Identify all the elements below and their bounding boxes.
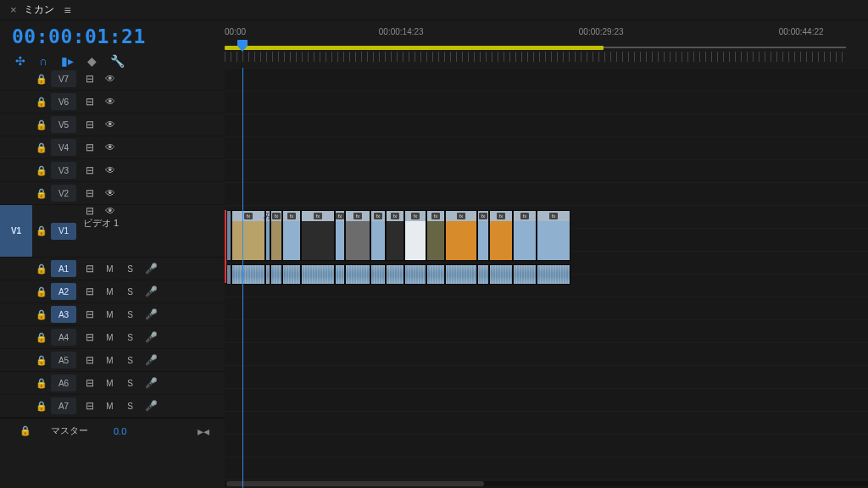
source-patch[interactable] (0, 159, 32, 181)
solo-button[interactable]: S (120, 310, 141, 319)
track-output-eye-icon[interactable]: 👁 (100, 164, 120, 176)
audio-track-header[interactable]: 🔒A4⊟MS🎤 (0, 326, 225, 349)
video-track-header[interactable]: 🔒V5⊟👁 (0, 114, 225, 136)
source-patch[interactable] (0, 326, 32, 348)
sync-lock-icon[interactable]: ⊟ (80, 308, 100, 320)
audio-clip[interactable] (270, 264, 282, 285)
video-clip-lane[interactable]: fxみfxfxfxfxfxfxfxfxfxfxfxfxfxfx (226, 210, 570, 261)
lock-icon[interactable]: 🔒 (32, 119, 51, 130)
track-target[interactable]: A2 (51, 283, 76, 300)
audio-clip[interactable] (477, 264, 489, 285)
sync-lock-icon[interactable]: ⊟ (80, 400, 100, 412)
source-patch[interactable] (0, 280, 32, 302)
sync-lock-icon[interactable]: ⊟ (80, 164, 100, 176)
snap-magnet-icon[interactable]: ∩ (39, 54, 47, 68)
voiceover-mic-icon[interactable]: 🎤 (141, 377, 161, 389)
sync-lock-icon[interactable]: ⊟ (80, 377, 100, 389)
voiceover-mic-icon[interactable]: 🎤 (141, 308, 161, 320)
solo-button[interactable]: S (120, 264, 141, 274)
audio-clip-lane[interactable] (226, 264, 570, 285)
solo-button[interactable]: S (120, 356, 141, 365)
source-patch[interactable] (0, 182, 32, 204)
mute-button[interactable]: M (100, 356, 120, 365)
audio-clip[interactable] (345, 264, 370, 285)
track-target-v1[interactable]: V1 (51, 223, 76, 240)
mute-button[interactable]: M (100, 333, 120, 342)
track-target[interactable]: V2 (51, 185, 76, 202)
playhead-line[interactable] (242, 68, 243, 488)
solo-button[interactable]: S (120, 402, 141, 411)
source-patch[interactable] (0, 91, 32, 113)
video-track-header[interactable]: 🔒V3⊟👁 (0, 159, 225, 182)
track-target[interactable]: V7 (51, 70, 76, 87)
mute-button[interactable]: M (100, 379, 120, 388)
close-tab-button[interactable]: × (10, 3, 17, 16)
audio-clip[interactable] (445, 264, 477, 285)
source-patch[interactable] (0, 114, 32, 136)
solo-button[interactable]: S (120, 287, 141, 297)
video-clip[interactable]: fx (477, 210, 489, 261)
video-clip[interactable]: fx (386, 210, 404, 261)
voiceover-mic-icon[interactable]: 🎤 (141, 331, 161, 343)
audio-track-header[interactable]: 🔒A6⊟MS🎤 (0, 372, 225, 395)
current-timecode[interactable]: 00:00:01:21 (12, 25, 225, 47)
audio-track-header[interactable]: 🔒A7⊟MS🎤 (0, 395, 225, 418)
source-patch-v1[interactable]: V1 (0, 205, 32, 257)
lock-icon[interactable]: 🔒 (32, 97, 51, 108)
sync-lock-icon[interactable]: ⊟ (80, 141, 100, 153)
audio-track-header[interactable]: 🔒A2⊟MS🎤 (0, 280, 225, 303)
audio-clip[interactable] (426, 264, 445, 285)
mute-button[interactable]: M (100, 287, 120, 297)
video-track-header[interactable]: 🔒V4⊟👁 (0, 136, 225, 159)
video-clip[interactable]: fx (231, 210, 265, 261)
scrollbar-grip[interactable] (226, 481, 484, 486)
sync-lock-icon[interactable]: ⊟ (80, 263, 100, 274)
master-track-header[interactable]: 🔒 マスター 0.0 ▸◂ (0, 418, 225, 443)
audio-clip[interactable] (231, 264, 265, 285)
voiceover-mic-icon[interactable]: 🎤 (141, 400, 161, 412)
video-clip[interactable]: fx (282, 210, 301, 261)
lock-icon[interactable]: 🔒 (32, 378, 51, 389)
mute-button[interactable]: M (100, 310, 120, 319)
lock-icon[interactable]: 🔒 (32, 142, 51, 153)
source-patch[interactable] (0, 395, 32, 417)
track-target[interactable]: V4 (51, 139, 76, 156)
lock-icon[interactable]: 🔒 (32, 355, 51, 366)
track-target[interactable]: A6 (51, 374, 76, 391)
work-area-bar[interactable] (225, 46, 604, 50)
source-patch[interactable] (0, 136, 32, 158)
lock-icon[interactable]: 🔒 (0, 425, 51, 436)
linked-selection-icon[interactable]: ▮▸ (61, 54, 74, 68)
lock-icon[interactable]: 🔒 (32, 188, 51, 199)
marker-icon[interactable]: ◆ (87, 54, 97, 68)
video-clip[interactable]: fx (489, 210, 513, 261)
video-clip[interactable]: fx (513, 210, 537, 261)
lock-icon[interactable]: 🔒 (32, 165, 51, 176)
video-clip[interactable]: fx (335, 210, 345, 261)
video-clip[interactable]: fx (370, 210, 386, 261)
sync-lock-icon[interactable]: ⊟ (80, 96, 100, 108)
lock-icon[interactable]: 🔒 (32, 332, 51, 343)
audio-clip[interactable] (301, 264, 335, 285)
insert-mode-icon[interactable]: ✣ (15, 54, 25, 68)
track-target[interactable]: A1 (51, 260, 76, 277)
audio-track-header[interactable]: 🔒A3⊟MS🎤 (0, 303, 225, 326)
track-target[interactable]: A4 (51, 329, 76, 346)
solo-button[interactable]: S (120, 379, 141, 388)
video-clip[interactable]: fx (301, 210, 335, 261)
track-target[interactable]: V6 (51, 93, 76, 110)
video-clip[interactable]: fx (426, 210, 445, 261)
lock-icon[interactable]: 🔒 (32, 309, 51, 320)
sequence-title[interactable]: ミカン (24, 3, 54, 17)
lock-icon[interactable]: 🔒 (32, 225, 51, 236)
video-clip[interactable]: fx (445, 210, 477, 261)
track-target[interactable]: A3 (51, 306, 76, 323)
lock-icon[interactable]: 🔒 (32, 286, 51, 297)
lock-icon[interactable]: 🔒 (32, 263, 51, 274)
video-clip[interactable]: fx (404, 210, 426, 261)
voiceover-mic-icon[interactable]: 🎤 (141, 286, 161, 297)
settings-wrench-icon[interactable]: 🔧 (110, 54, 125, 68)
audio-track-header[interactable]: 🔒A1⊟MS🎤 (0, 258, 225, 280)
audio-clip[interactable] (513, 264, 537, 285)
sync-lock-icon[interactable]: ⊟ (80, 187, 100, 199)
